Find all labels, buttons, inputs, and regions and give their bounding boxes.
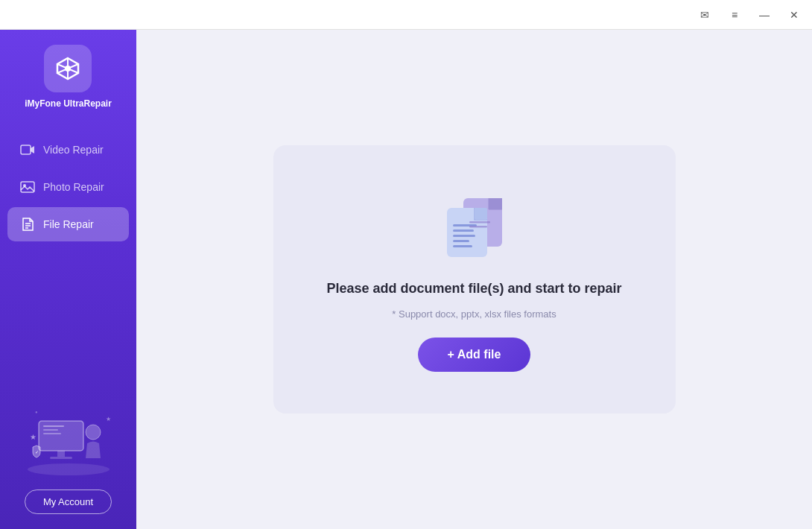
svg-rect-28 bbox=[469, 226, 487, 228]
sidebar-illustration: ★ ★ ● ✓ bbox=[16, 399, 121, 481]
svg-rect-10 bbox=[50, 457, 72, 459]
svg-rect-9 bbox=[57, 451, 65, 457]
svg-rect-27 bbox=[469, 221, 490, 224]
svg-rect-23 bbox=[453, 229, 474, 232]
document-icon bbox=[434, 187, 516, 269]
sidebar: iMyFone UltraRepair Video Repair bbox=[0, 30, 136, 529]
photo-repair-icon bbox=[19, 179, 36, 195]
drop-zone-title: Please add document file(s) and start to… bbox=[326, 281, 621, 297]
mail-button[interactable]: ✉ bbox=[693, 4, 717, 25]
sidebar-item-video-repair[interactable]: Video Repair bbox=[7, 133, 129, 167]
menu-button[interactable]: ≡ bbox=[723, 4, 746, 25]
svg-text:✓: ✓ bbox=[35, 450, 39, 454]
my-account-button[interactable]: My Account bbox=[25, 490, 112, 514]
file-repair-label: File Repair bbox=[43, 218, 94, 230]
svg-rect-26 bbox=[453, 245, 472, 247]
app-logo-icon bbox=[44, 45, 92, 92]
svg-point-0 bbox=[65, 66, 71, 72]
sidebar-item-file-repair[interactable]: File Repair bbox=[7, 207, 129, 241]
title-bar: ✉ ≡ — ✕ bbox=[0, 0, 812, 30]
svg-rect-12 bbox=[43, 429, 58, 431]
nav-items: Video Repair Photo Repair bbox=[0, 133, 136, 241]
svg-point-14 bbox=[86, 425, 101, 440]
minimize-button[interactable]: — bbox=[752, 4, 776, 25]
main-layout: iMyFone UltraRepair Video Repair bbox=[0, 30, 812, 529]
logo-area: iMyFone UltraRepair bbox=[25, 45, 112, 110]
svg-point-7 bbox=[28, 463, 110, 475]
svg-text:●: ● bbox=[35, 410, 38, 414]
svg-rect-24 bbox=[453, 235, 475, 237]
svg-rect-1 bbox=[21, 145, 31, 154]
sidebar-item-photo-repair[interactable]: Photo Repair bbox=[7, 170, 129, 204]
file-repair-icon bbox=[19, 216, 36, 232]
drop-zone-subtitle: * Support docx, pptx, xlsx files formats bbox=[392, 308, 556, 320]
video-repair-icon bbox=[19, 142, 36, 158]
app-name: iMyFone UltraRepair bbox=[25, 98, 112, 110]
drop-zone: Please add document file(s) and start to… bbox=[273, 145, 676, 414]
svg-rect-21 bbox=[475, 208, 487, 220]
svg-rect-13 bbox=[43, 433, 61, 434]
svg-rect-25 bbox=[453, 240, 469, 242]
photo-repair-label: Photo Repair bbox=[43, 181, 104, 193]
svg-rect-2 bbox=[21, 182, 34, 192]
svg-rect-11 bbox=[43, 425, 64, 427]
svg-text:★: ★ bbox=[30, 433, 37, 441]
content-area: Please add document file(s) and start to… bbox=[136, 30, 812, 529]
video-repair-label: Video Repair bbox=[43, 144, 104, 156]
add-file-button[interactable]: + Add file bbox=[418, 338, 531, 372]
svg-text:★: ★ bbox=[106, 416, 111, 422]
close-button[interactable]: ✕ bbox=[782, 4, 806, 25]
